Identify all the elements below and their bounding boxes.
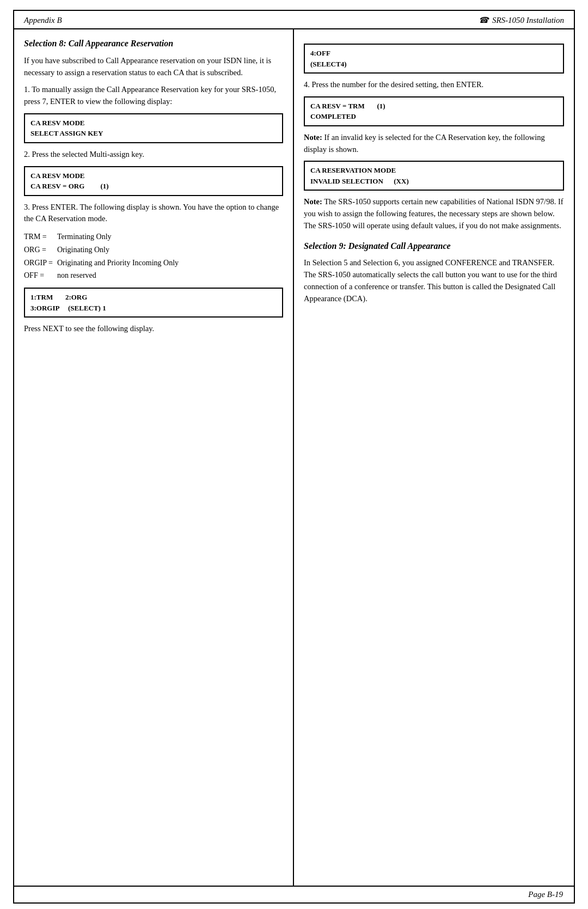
note1: Note: If an invalid key is selected for … [304, 132, 564, 156]
note2-label: Note: [304, 197, 322, 206]
step1-text: 1. To manually assign the Call Appearanc… [24, 84, 283, 108]
box2-line2b-text: (1) [101, 182, 109, 190]
manual-title: ☎ SRS-1050 Installation [479, 15, 564, 25]
box3-line1: 1:TRM 2:ORG [30, 292, 277, 303]
right-column: 4:OFF (SELECT4) 4. Press the number for … [294, 29, 574, 886]
note2-text: The SRS-1050 supports certain new capabi… [304, 197, 564, 230]
mode-table: TRM =Terminating OnlyORG =Originating On… [24, 230, 283, 282]
display-box-5: CA RESV = TRM (1) COMPLETED [304, 96, 564, 126]
step3-text: 3. Press ENTER. The following display is… [24, 202, 283, 225]
left-column: Selection 8: Call Appearance Reservation… [14, 29, 294, 886]
phone-icon: ☎ [479, 15, 489, 25]
box5-line1b-text: (1) [377, 102, 385, 110]
appendix-label: Appendix B [24, 16, 62, 25]
page-number: Page B-19 [528, 890, 563, 899]
box6-line2: INVALID SELECTION (XX) [310, 176, 558, 187]
page-header: Appendix B ☎ SRS-1050 Installation [14, 11, 574, 29]
mode-desc: non reserved [57, 269, 181, 282]
mode-desc: Originating and Priority Incoming Only [57, 257, 181, 270]
page-footer: Page B-19 [14, 887, 574, 902]
step4-text: 4. Press the number for the desired sett… [304, 79, 564, 91]
section8-title: Selection 8: Call Appearance Reservation [24, 38, 283, 50]
display-box-4: 4:OFF (SELECT4) [304, 44, 564, 74]
press-next-text: Press NEXT to see the following display. [24, 323, 283, 335]
display-box-2: CA RESV MODE CA RESV = ORG (1) [24, 166, 283, 196]
box4-line2: (SELECT4) [310, 59, 558, 70]
box2-line2-text: CA RESV = ORG [30, 182, 84, 190]
mode-desc: Terminating Only [57, 230, 181, 243]
mode-label: ORG = [24, 243, 57, 257]
main-content: Selection 8: Call Appearance Reservation… [14, 29, 574, 887]
box6-line2-text: INVALID SELECTION [310, 177, 383, 185]
box2-line2: CA RESV = ORG (1) [30, 181, 277, 192]
box3-line1-text: 1:TRM [30, 293, 53, 301]
section9-title: Selection 9: Designated Call Appearance [304, 241, 564, 252]
box6-line1: CA RESERVATION MODE [310, 165, 558, 176]
note2: Note: The SRS-1050 supports certain new … [304, 196, 564, 231]
note1-label: Note: [304, 133, 322, 142]
step2-text: 2. Press the selected Multi-assign key. [24, 149, 283, 161]
display-box-6: CA RESERVATION MODE INVALID SELECTION (X… [304, 161, 564, 191]
box5-line2: COMPLETED [310, 111, 558, 122]
box5-line1-text: CA RESV = TRM [310, 102, 365, 110]
display-box-3: 1:TRM 2:ORG 3:ORGIP (SELECT) 1 [24, 288, 283, 318]
box3-line2: 3:ORGIP (SELECT) 1 [30, 303, 277, 314]
mode-table-row: OFF =non reserved [24, 269, 181, 282]
mode-label: ORGIP = [24, 257, 57, 270]
mode-table-row: ORG =Originating Only [24, 243, 181, 257]
intro-paragraph: If you have subscribed to Call Appearanc… [24, 55, 283, 79]
box3-line2b-text: (SELECT) 1 [68, 304, 106, 312]
box1-line1: CA RESV MODE [30, 118, 277, 129]
section9-text: In Selection 5 and Selection 6, you assi… [304, 257, 564, 304]
box3-line2-text: 3:ORGIP [30, 304, 59, 312]
box5-line1: CA RESV = TRM (1) [310, 101, 558, 112]
mode-label: OFF = [24, 269, 57, 282]
mode-table-row: TRM =Terminating Only [24, 230, 181, 243]
note1-text: If an invalid key is selected for the CA… [304, 133, 545, 154]
mode-table-row: ORGIP =Originating and Priority Incoming… [24, 257, 181, 270]
display-box-1: CA RESV MODE SELECT ASSIGN KEY [24, 113, 283, 143]
box6-line2b-text: (XX) [394, 177, 408, 185]
box3-line1b-text: 2:ORG [65, 293, 87, 301]
mode-desc: Originating Only [57, 243, 181, 257]
mode-label: TRM = [24, 230, 57, 243]
title-text: SRS-1050 Installation [492, 16, 564, 25]
box1-line2: SELECT ASSIGN KEY [30, 128, 277, 139]
box2-line1: CA RESV MODE [30, 170, 277, 181]
box4-line1: 4:OFF [310, 48, 558, 59]
